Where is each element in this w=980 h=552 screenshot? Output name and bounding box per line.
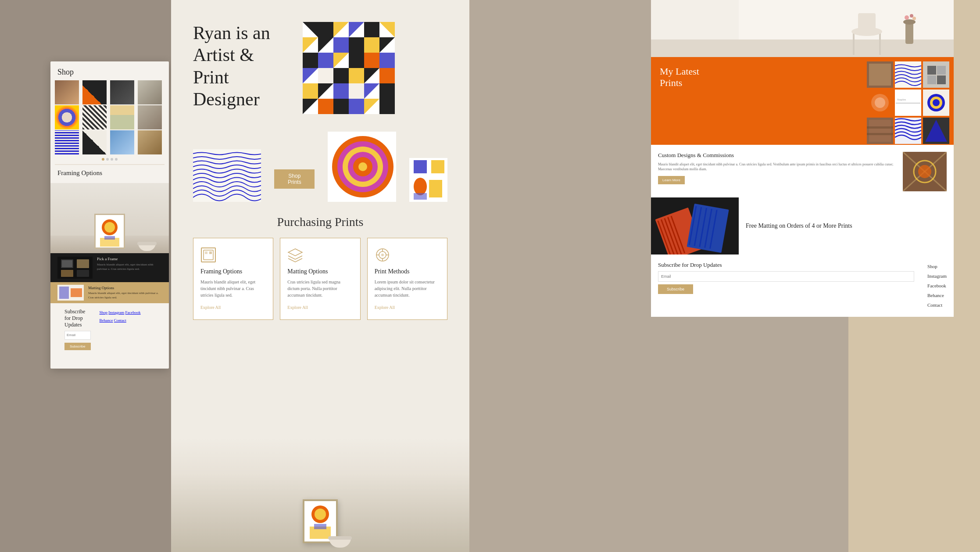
custom-designs-button[interactable]: Learn More: [658, 176, 685, 184]
layers-icon: [287, 247, 303, 263]
pagination: [50, 154, 169, 164]
print-thumb[interactable]: [867, 61, 893, 88]
bowl-rim: [137, 242, 157, 245]
lp-nav-facebook[interactable]: Facebook: [125, 310, 141, 315]
svg-rect-64: [429, 180, 442, 197]
svg-rect-50: [379, 99, 395, 114]
matting-image: [651, 197, 739, 254]
svg-marker-41: [333, 83, 349, 99]
svg-marker-30: [349, 53, 364, 68]
shop-grid: [50, 80, 169, 154]
svg-point-93: [905, 15, 909, 20]
svg-marker-28: [318, 53, 333, 68]
svg-rect-117: [867, 126, 893, 129]
lp-nav: Shop Instagram Facebook Behance Contact: [100, 308, 155, 350]
lp-nav-contact[interactable]: Contact: [114, 318, 126, 323]
svg-rect-91: [905, 22, 913, 44]
svg-point-59: [358, 162, 367, 171]
svg-rect-109: [896, 103, 920, 104]
matting-text: Free Matting on Orders of 4 or More Prin…: [739, 197, 954, 254]
svg-rect-12: [59, 287, 69, 299]
matting-options-card: Matting Options Cras utricies ligula sed…: [280, 238, 360, 320]
shop-item[interactable]: [82, 130, 107, 154]
print-thumb[interactable]: Staples: [895, 90, 921, 116]
shop-item[interactable]: [138, 80, 162, 104]
shop-item[interactable]: [110, 105, 134, 129]
latest-prints-section: My Latest Prints: [651, 57, 954, 145]
svg-rect-44: [379, 83, 395, 99]
bowl-rim: [328, 536, 352, 540]
latest-prints-title: My Latest Prints: [660, 66, 721, 89]
print-thumb[interactable]: [923, 90, 949, 116]
right-email-input[interactable]: [658, 271, 914, 282]
lp-subscribe-button[interactable]: Subscribe: [64, 343, 91, 350]
matting-explore-link[interactable]: Explore All: [287, 305, 308, 310]
right-nav: Shop Instagram Facebook Behance Contact: [927, 262, 947, 310]
shop-item[interactable]: [138, 105, 162, 129]
svg-rect-31: [364, 53, 379, 68]
page-dot[interactable]: [115, 158, 118, 161]
page-dot[interactable]: [102, 158, 104, 161]
frame-inner: [304, 501, 336, 541]
lp-email-input[interactable]: [64, 331, 91, 340]
shop-prints-button[interactable]: Shop Prints: [274, 169, 315, 189]
shop-item[interactable]: [82, 105, 107, 129]
print-thumb[interactable]: [923, 61, 949, 88]
right-nav-instagram[interactable]: Instagram: [927, 271, 947, 281]
print-thumb[interactable]: [895, 61, 921, 88]
shop-item[interactable]: [55, 130, 79, 154]
custom-designs-svg: [903, 152, 947, 191]
print-thumb[interactable]: [867, 90, 893, 116]
room-svg: [651, 0, 954, 57]
lp-nav-instagram[interactable]: Instagram: [108, 310, 124, 315]
framing-strip-image: [57, 257, 93, 279]
print-thumb[interactable]: [923, 118, 949, 144]
shop-item[interactable]: [110, 130, 134, 154]
right-nav-facebook[interactable]: Facebook: [927, 281, 947, 290]
lp-nav-behance[interactable]: Behance: [100, 318, 113, 323]
pick-frame-desc: Mauris blandit aliquet elit, eget tincid…: [97, 263, 162, 272]
right-subscribe-title: Subscribe for Drop Updates: [658, 262, 914, 269]
geo-shapes-svg: [409, 158, 447, 202]
right-subscribe-button[interactable]: Subscribe: [658, 284, 693, 294]
room-photo: [651, 0, 954, 57]
framing-dark-strip: Pick a Frame Mauris blandit aliquet elit…: [50, 253, 169, 282]
svg-point-127: [918, 165, 931, 178]
svg-rect-8: [77, 259, 89, 268]
shop-item[interactable]: [110, 80, 134, 104]
thumb-svg: Staples: [895, 90, 921, 116]
right-nav-contact[interactable]: Contact: [927, 300, 947, 310]
right-subscribe-left: Subscribe for Drop Updates Subscribe: [658, 262, 914, 310]
thumb-svg: [867, 118, 893, 144]
shop-item[interactable]: [138, 130, 162, 154]
page-dot[interactable]: [106, 158, 109, 161]
svg-rect-46: [318, 99, 333, 114]
framing-explore-link[interactable]: Explore All: [200, 305, 221, 310]
shop-item[interactable]: [55, 80, 79, 104]
framing-option-title: Framing Options: [200, 268, 266, 275]
lp-subscribe-row: Subscribe for Drop Updates Subscribe Sho…: [57, 308, 162, 350]
svg-marker-25: [364, 37, 379, 53]
print-thumb[interactable]: [895, 118, 921, 144]
custom-designs-image: [903, 152, 947, 191]
svg-rect-48: [349, 99, 364, 114]
svg-point-94: [910, 14, 913, 18]
print-methods-desc: Lorem ipsum dolor sit consectetur adipis…: [375, 279, 440, 298]
matting-strip-title: Matting Options: [88, 286, 162, 290]
matting-strip: Matting Options Mauris blandit aliquet e…: [50, 282, 169, 303]
right-subscribe-section: Subscribe for Drop Updates Subscribe Sho…: [651, 254, 954, 317]
right-nav-behance[interactable]: Behance: [927, 290, 947, 300]
shop-item[interactable]: [55, 105, 79, 129]
svg-rect-82: [314, 524, 326, 529]
right-nav-shop[interactable]: Shop: [927, 262, 947, 271]
shop-item[interactable]: [82, 80, 107, 104]
layers-icon-svg: [287, 247, 303, 263]
print-methods-explore-link[interactable]: Explore All: [375, 305, 395, 310]
print-thumb[interactable]: [867, 118, 893, 144]
svg-rect-61: [414, 160, 427, 173]
lp-nav-shop[interactable]: Shop: [100, 310, 108, 315]
svg-point-95: [912, 17, 916, 20]
blue-waves-print: [193, 149, 261, 202]
page-dot[interactable]: [111, 158, 113, 161]
free-matting-title: Free Matting on Orders of 4 or More Prin…: [746, 222, 852, 230]
